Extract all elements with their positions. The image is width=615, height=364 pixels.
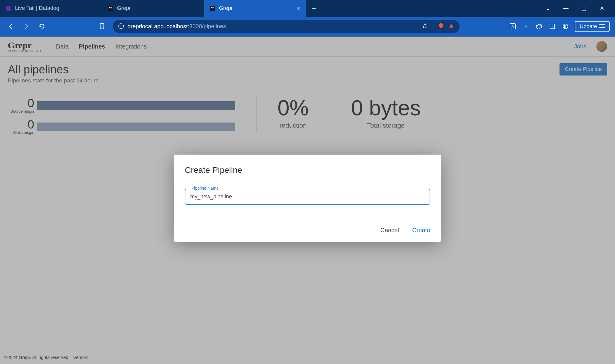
back-button[interactable] <box>5 21 16 32</box>
create-button[interactable]: Create <box>412 227 430 234</box>
window-controls: ⌄ — ▢ ✕ <box>539 2 615 14</box>
datadog-icon <box>5 5 11 11</box>
url-text: greprlocal.app.localhost:3000/pipelines <box>128 23 226 30</box>
url-bar: ⓘ greprlocal.app.localhost:3000/pipeline… <box>0 17 615 36</box>
svg-rect-2 <box>210 6 215 11</box>
chevron-down-icon[interactable]: ⌄ <box>539 2 556 14</box>
hamburger-icon <box>599 23 605 30</box>
tab-grepr-1[interactable]: Grepr <box>102 0 204 17</box>
cancel-button[interactable]: Cancel <box>380 227 399 234</box>
info-icon: ⓘ <box>118 22 124 30</box>
pipeline-name-label: Pipeline Name <box>190 186 220 191</box>
tab-title: Grepr <box>219 5 233 11</box>
browser-chrome: Live Tail | Datadog Grepr Grepr × + ⌄ — … <box>0 0 615 37</box>
svg-text:A: A <box>512 25 514 29</box>
minimize-button[interactable]: — <box>557 2 574 14</box>
create-pipeline-modal: Create Pipeline Pipeline Name Cancel Cre… <box>174 155 441 242</box>
tab-title: Grepr <box>117 5 131 11</box>
address-bar[interactable]: ⓘ greprlocal.app.localhost:3000/pipeline… <box>113 20 460 33</box>
extension-moon-icon[interactable] <box>562 22 569 30</box>
tab-datadog[interactable]: Live Tail | Datadog <box>0 0 102 17</box>
brave-rewards-icon[interactable] <box>448 23 454 30</box>
update-button[interactable]: Update <box>575 21 610 32</box>
maximize-button[interactable]: ▢ <box>575 2 592 14</box>
extension-icons: A ✷ Update <box>509 21 610 32</box>
new-tab-button[interactable]: + <box>306 4 322 13</box>
extension-translate-icon[interactable]: A <box>509 22 517 30</box>
grepr-icon <box>209 5 215 11</box>
grepr-icon <box>107 5 113 11</box>
pipeline-name-input[interactable] <box>185 189 430 205</box>
share-icon[interactable] <box>422 23 428 30</box>
extension-sun-icon[interactable]: ✷ <box>522 22 530 30</box>
forward-button[interactable] <box>21 21 32 32</box>
tab-title: Live Tail | Datadog <box>15 5 59 11</box>
brave-shield-icon[interactable] <box>438 22 444 31</box>
modal-title: Create Pipeline <box>185 165 430 175</box>
tab-grepr-active[interactable]: Grepr × <box>204 0 306 17</box>
svg-rect-5 <box>550 24 555 29</box>
extensions-puzzle-icon[interactable] <box>535 22 543 30</box>
reload-button[interactable] <box>37 21 47 32</box>
tab-bar: Live Tail | Datadog Grepr Grepr × + ⌄ — … <box>0 0 615 17</box>
svg-rect-0 <box>6 6 11 11</box>
sidebar-panel-icon[interactable] <box>548 22 556 30</box>
close-window-button[interactable]: ✕ <box>593 2 610 14</box>
svg-rect-1 <box>108 6 113 11</box>
bookmark-button[interactable] <box>97 21 107 32</box>
close-icon[interactable]: × <box>297 5 300 12</box>
